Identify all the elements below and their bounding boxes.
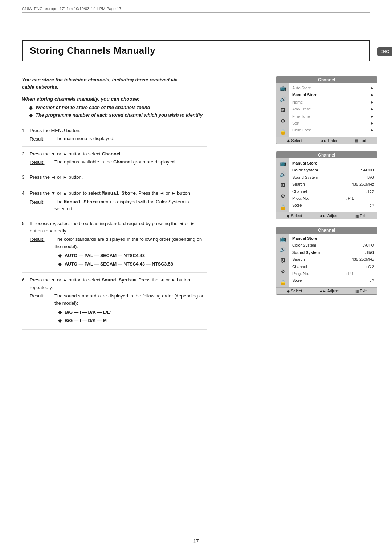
panel-3-menu: Manual Store Color System : AUTO Sound S… [289,234,377,287]
panel-2-prog-no: Prog. No. : P 1 — — — — [292,196,374,201]
step-4-content: Press the ▼ or ▲ button to select Manual… [30,190,207,212]
step-3: 3 Press the ◄ or ► button. [22,170,207,186]
bullet-list: Whether or not to store each of the chan… [29,105,207,118]
step-4: 4 Press the ▼ or ▲ button to select Manu… [22,186,207,216]
page-title: Storing Channels Manually [30,45,155,56]
select-icon-1: ◆ [287,139,290,143]
step-5-subbullets: AUTO — PAL — SECAM — NTSC4.43 AUTO — PAL… [58,252,207,268]
result-label-4: Result: [30,199,54,206]
panel-2-color-system: Color System : AUTO [292,167,374,173]
result-label-6: Result: [30,292,54,300]
step-6-subbullets: B/G — I — D/K — L/L' B/G — I — D/K — M [58,309,207,324]
step-5-instruction: If necessary, select the broadcasting st… [30,220,207,234]
panel-2-menu: Manual Store Color System : AUTO Sound S… [289,158,377,212]
panel-3-icons: 📺 🔊 🖼 ⚙ 🔒 [276,234,289,287]
step-2-result-row: Result: The options available in the Cha… [30,159,207,166]
panel-1-icons: 📺 🔊 🖼 ⚙ 🔒 [276,83,289,137]
sub-bullet-6-1: B/G — I — D/K — L/L' [58,309,207,316]
step-3-num: 3 [22,174,30,181]
tv-icon-2-5: 🔒 [280,204,286,210]
step-2: 2 Press the ▼ or ▲ button to select Chan… [22,147,207,170]
panel-1-menu: Auto Store ► Manual Store ► Name ► Add/E… [289,83,377,137]
sub-bullet-6-2: B/G — I — D/K — M [58,317,207,324]
page-number: 17 [193,538,199,544]
tv-panel-2: Channel 📺 🔊 🖼 ⚙ 🔒 Manual Store Color Sys… [276,151,377,219]
panel-3-prog-no: Prog. No. : P 1 — — — — [292,271,374,276]
step-4-result: The Manual Store menu is displayed with … [54,199,207,213]
step-4-result-row: Result: The Manual Store menu is display… [30,199,207,213]
result-label: Result: [30,135,54,143]
panel-3-title: Manual Store [292,236,374,241]
step-1-content: Press the MENU button. Result: The main … [30,127,207,143]
step-6-result-content: The sound standards are displayed in the… [54,292,207,325]
step-2-content: Press the ▼ or ▲ button to select Channe… [30,150,207,166]
exit-icon-1: ▦ [355,139,358,143]
menu-row-add-erase: Add/Erase ► [292,106,374,112]
step-5-num: 5 [22,220,30,227]
header-bar: C18A_ENG_europe_17" film 10/10/03 4:11 P… [22,7,370,13]
select-icon-2: ◆ [287,214,290,218]
step-6-result-row: Result: The sound standards are displaye… [30,292,207,325]
step-4-instruction: Press the ▼ or ▲ button to select Manual… [30,190,207,197]
result-label-5: Result: [30,236,54,243]
step-6-content: Press the ▼ or ▲ button to select Sound … [30,276,207,325]
step-2-num: 2 [22,150,30,158]
panel-2-store: Store : ? [292,203,374,208]
menu-row-sort: Sort ► [292,121,374,126]
file-info: C18A_ENG_europe_17" film 10/10/03 4:11 P… [22,7,121,11]
step-3-content: Press the ◄ or ► button. [30,174,207,182]
tv-icon-3-2: 🔊 [280,247,286,252]
menu-row-auto-store: Auto Store ► [292,85,374,91]
panel-2-channel: Channel : C 2 [292,189,374,194]
footer-adjust-3: ◄► Adjust [319,289,338,293]
panel-3-header: Channel [276,227,377,234]
tv-icon-3-3: 🖼 [280,258,285,263]
menu-row-manual-store: Manual Store ► [292,92,374,98]
footer-select-3: ◆ Select [287,289,302,293]
tv-icon-5: 🔒 [280,129,286,135]
menu-row-child-lock: Child Lock ► [292,127,374,133]
panel-3-footer: ◆ Select ◄► Adjust ▦ Exit [276,287,377,294]
tv-icon-3-5: 🔒 [280,279,286,285]
tv-icon-1: 📺 [280,85,286,91]
footer-select-2: ◆ Select [287,214,302,218]
steps-area: 1 Press the MENU button. Result: The mai… [22,123,207,330]
adjust-icon-2: ◄► [319,214,326,218]
panel-3-color-system: Color System : AUTO [292,243,374,248]
panel-3-store: Store : ? [292,278,374,283]
step-2-result: The options available in the Channel gro… [54,159,176,166]
exit-icon-2: ▦ [355,214,359,218]
footer-exit-1: ▦ Exit [355,138,366,143]
when-heading: When storing channels manually, you can … [22,96,207,102]
tv-icon-2-3: 🖼 [280,182,285,188]
right-panels: Channel 📺 🔊 🖼 ⚙ 🔒 Auto Store ► Manual St… [276,76,377,295]
panel-2-header: Channel [276,152,377,158]
panel-1-footer: ◆ Select ◄► Enter ▦ Exit [276,137,377,144]
bullet-item-1: Whether or not to store each of the chan… [29,105,207,110]
main-content: You can store the television channels, i… [22,76,207,330]
panel-2-body: 📺 🔊 🖼 ⚙ 🔒 Manual Store Color System : AU… [276,158,377,212]
step-6-num: 6 [22,276,30,284]
panel-3-channel: Channel : C 2 [292,264,374,270]
step-1-result-row: Result: The main menu is displayed. [30,135,207,143]
step-2-instruction: Press the ▼ or ▲ button to select Channe… [30,150,207,158]
step-1-result: The main menu is displayed. [54,135,114,142]
sub-bullet-5-2: AUTO — PAL — SECAM — NTSC4.43 — NTSC3.58 [58,261,207,268]
footer-adjust-2: ◄► Adjust [319,214,338,218]
tv-icon-3: 🖼 [280,107,285,113]
panel-2-title: Manual Store [292,161,374,166]
step-3-instruction: Press the ◄ or ► button. [30,174,207,181]
step-5-result-row: Result: The color standards are displaye… [30,236,207,269]
panel-2-sound-system: Sound System : B/G [292,175,374,180]
step-1: 1 Press the MENU button. Result: The mai… [22,123,207,147]
footer-exit-3: ▦ Exit [355,289,366,293]
title-box: Storing Channels Manually [22,40,370,61]
panel-2-search: Search : 435.250MHz [292,182,374,187]
tv-icon-2-2: 🔊 [280,171,286,177]
step-1-instruction: Press the MENU button. [30,127,207,134]
step-5-content: If necessary, select the broadcasting st… [30,220,207,269]
footer-select-1: ◆ Select [287,138,302,143]
panel-2-icons: 📺 🔊 🖼 ⚙ 🔒 [276,158,289,212]
tv-icon-2-1: 📺 [280,161,286,166]
footer-enter-1: ◄► Enter [320,138,338,143]
